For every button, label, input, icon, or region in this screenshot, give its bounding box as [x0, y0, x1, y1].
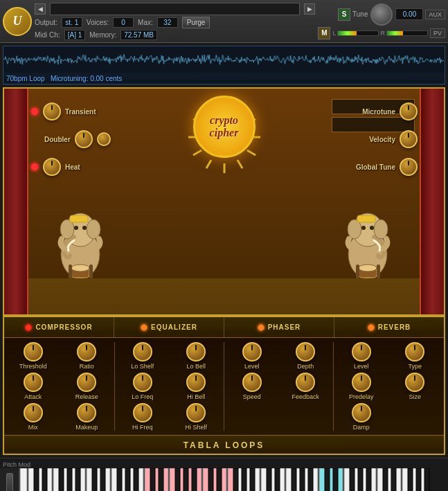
tab-phaser[interactable]: PHASER — [224, 317, 334, 337]
heat-knob[interactable] — [43, 158, 61, 176]
ratio-label: Ratio — [80, 363, 94, 370]
feedback-knob[interactable] — [296, 373, 315, 392]
hi-freq-knob[interactable] — [133, 403, 152, 422]
size-label: Size — [409, 393, 421, 400]
transient-label: Transient — [65, 108, 96, 116]
top-controls: ◀ 070 BPM Tabla Rex Performance 1 ▶ Outp… — [35, 3, 315, 40]
lo-shelf-knob[interactable] — [133, 342, 152, 361]
nav-next-btn[interactable]: ▶ — [304, 3, 315, 15]
level-bar-l — [337, 30, 379, 36]
doubler-row: Doubler — [44, 130, 111, 148]
microtune-label: Microtune — [362, 108, 395, 116]
svg-rect-33 — [377, 265, 380, 278]
pitch-controls — [0, 468, 19, 491]
predelay-item: Predelay — [337, 373, 386, 400]
nav-prev-btn[interactable]: ◀ — [35, 3, 46, 15]
microtune-row: Microtune — [362, 102, 418, 120]
ganesha-right — [340, 195, 395, 278]
reverb-knobs: Level Type Predelay Size Damp — [337, 342, 440, 431]
memory-value: 72.57 MB — [120, 30, 157, 40]
attack-label: Attack — [24, 393, 42, 400]
knobs-left: Transient Doubler Heat — [30, 102, 111, 176]
output-label: Output: — [35, 19, 57, 26]
midi-value[interactable]: [A] 1 — [64, 30, 86, 40]
piano-canvas[interactable] — [19, 468, 442, 491]
top-row-2: Output: st. 1 Voices: 0 Max: 32 Purge — [35, 17, 315, 28]
attack-knob[interactable] — [24, 373, 43, 392]
svg-line-7 — [206, 160, 211, 168]
reverb-tab-label: REVERB — [378, 323, 411, 331]
equalizer-knobs: Lo Shelf Lo Bell Lo Freq Hi Bell Hi Freq — [118, 342, 221, 431]
piano-container — [0, 468, 448, 491]
pitch-stick-1[interactable] — [6, 473, 13, 492]
pv-button[interactable]: PV — [430, 28, 445, 38]
hi-shelf-label: Hi Shelf — [185, 424, 207, 431]
hi-shelf-knob[interactable] — [186, 403, 206, 422]
aux-button[interactable]: AUX — [425, 10, 445, 19]
speed-knob[interactable] — [242, 373, 262, 392]
makeup-knob[interactable] — [77, 403, 96, 422]
svg-point-16 — [74, 226, 78, 230]
doubler-knob2[interactable] — [97, 132, 111, 146]
release-knob[interactable] — [77, 373, 96, 392]
sun-decoration: crypto cipher — [193, 96, 256, 158]
tune-section: Tune 0.00 — [352, 3, 423, 26]
top-row-3: Midi Ch: [A] 1 Memory: 72.57 MB — [35, 30, 315, 40]
mix-knob[interactable] — [24, 403, 43, 422]
velocity-knob[interactable] — [400, 130, 418, 148]
equalizer-tab-label: EQUALIZER — [151, 323, 197, 331]
type-knob[interactable] — [405, 342, 424, 361]
compressor-knobs: Threshold Ratio Attack Release Mix — [8, 342, 111, 431]
logo-button[interactable]: U — [3, 7, 32, 36]
hi-bell-knob[interactable] — [186, 373, 206, 392]
ratio-knob[interactable] — [77, 342, 96, 361]
phaser-level-knob[interactable] — [242, 342, 262, 361]
transient-knob[interactable] — [43, 102, 61, 120]
logo-line1: crypto — [210, 114, 238, 127]
size-knob[interactable] — [405, 373, 424, 392]
keyboard-section: Pitch Mod ◀ +0 oct ▶ — [0, 458, 448, 491]
right-panel: S Tune 0.00 AUX M L R PV — [318, 3, 445, 39]
svg-point-27 — [361, 226, 366, 230]
lo-bell-label: Lo Bell — [186, 363, 206, 370]
hi-shelf-item: Hi Shelf — [172, 403, 222, 431]
threshold-knob[interactable] — [24, 342, 43, 361]
svg-point-15 — [87, 220, 100, 239]
m-button[interactable]: M — [318, 27, 330, 39]
phaser-tab-label: PHASER — [268, 323, 301, 331]
purge-button[interactable]: Purge — [182, 17, 210, 28]
svg-point-20 — [71, 265, 89, 271]
doubler-knob[interactable] — [75, 130, 93, 148]
svg-rect-21 — [69, 265, 72, 278]
lo-freq-knob[interactable] — [133, 373, 152, 392]
svg-rect-29 — [357, 215, 375, 222]
piano-keys-container — [19, 468, 448, 491]
curtain-right — [420, 89, 444, 314]
tab-reverb[interactable]: REVERB — [334, 317, 444, 337]
output-value[interactable]: st. 1 — [62, 17, 82, 28]
microtune-knob[interactable] — [400, 102, 418, 120]
ganesha-right-svg — [342, 199, 394, 278]
heat-led[interactable] — [30, 163, 39, 171]
tab-equalizer[interactable]: EQUALIZER — [114, 317, 224, 337]
global-tune-knob[interactable] — [400, 158, 418, 176]
ganesha-left-svg — [55, 199, 107, 278]
tab-compressor[interactable]: COMPRESSOR — [4, 317, 114, 337]
predelay-knob[interactable] — [352, 373, 371, 392]
damp-item: Damp — [337, 403, 386, 431]
preset-name-input[interactable]: 070 BPM Tabla Rex Performance 1 — [50, 3, 300, 15]
phaser-led — [258, 324, 265, 331]
damp-knob[interactable] — [352, 403, 371, 422]
speed-item: Speed — [227, 373, 277, 400]
lo-bell-knob[interactable] — [186, 342, 206, 361]
compressor-column: Threshold Ratio Attack Release Mix — [6, 342, 115, 431]
s-button[interactable]: S — [338, 8, 350, 21]
tune-knob[interactable] — [370, 3, 393, 26]
svg-line-4 — [247, 150, 255, 155]
transient-led[interactable] — [30, 107, 39, 116]
reverb-level-knob[interactable] — [352, 342, 371, 361]
svg-rect-22 — [89, 265, 93, 278]
depth-knob[interactable] — [296, 342, 315, 361]
velocity-label: Velocity — [369, 136, 395, 143]
threshold-item: Threshold — [8, 342, 58, 370]
